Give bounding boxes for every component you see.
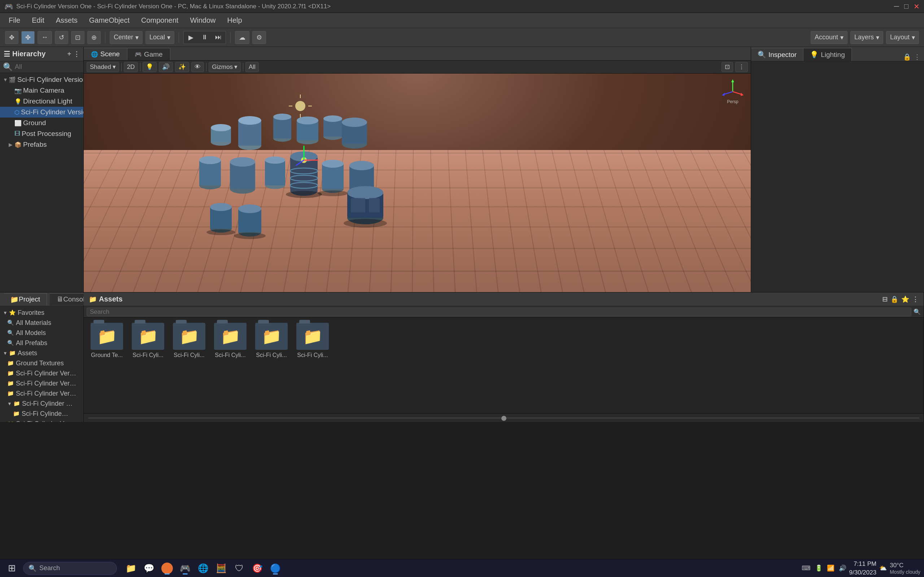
proj-scifi-4-expanded[interactable]: ▼ 📁 Sci-Fi Cylinder Version On... <box>0 398 83 409</box>
layers-filter-label: All <box>249 63 255 71</box>
proj-scifi-2[interactable]: 📁 Sci-Fi Cylinder Version On... <box>0 378 83 388</box>
inspector-tab[interactable]: 🔍 Inspector <box>751 48 803 61</box>
tree-item-cylinder[interactable]: ⬡ Sci-Fi Cylinder Version 1 <box>0 107 83 118</box>
account-dropdown[interactable]: Account ▾ <box>811 31 848 44</box>
pivot-mode-dropdown[interactable]: Center ▾ <box>110 31 142 44</box>
tree-item-ground[interactable]: ⬜ Ground <box>0 118 83 128</box>
minimize-button[interactable]: ─ <box>894 2 899 11</box>
menu-window[interactable]: Window <box>185 15 221 26</box>
hierarchy-search-bar[interactable]: 🔍 <box>0 61 83 73</box>
taskbar-clock[interactable]: 7:11 PM 9/30/2023 <box>849 560 877 577</box>
proj-all-materials[interactable]: 🔍 All Materials <box>0 318 83 328</box>
asset-ground-textures[interactable]: 📁 Ground Te... <box>89 323 125 358</box>
layout-dropdown[interactable]: Layout ▾ <box>886 31 919 44</box>
menu-edit[interactable]: Edit <box>27 15 49 26</box>
proj-scifi-4-child[interactable]: 📁 Sci-Fi Cylinder Version C... <box>0 409 83 419</box>
game-tab-label: Game <box>144 50 163 58</box>
taskbar-app-security[interactable]: 🛡 <box>231 561 247 575</box>
proj-assets-root[interactable]: ▼ 📁 Assets <box>0 348 83 358</box>
hierarchy-search-input[interactable] <box>15 63 81 71</box>
tree-item-root[interactable]: ▼ 🎬 Sci-Fi Cylinder Version One <box>0 74 83 85</box>
taskbar-app-browser[interactable]: 🌐 <box>195 561 212 575</box>
assets-root-icon: 📁 <box>9 350 16 356</box>
svg-rect-7 <box>273 117 291 139</box>
collab-button[interactable]: ☁ <box>235 31 249 44</box>
assets-search-input[interactable] <box>87 308 911 316</box>
viewport-3d[interactable]: Persp <box>84 74 751 292</box>
tree-item-directional-light[interactable]: 💡 Directional Light <box>0 96 83 107</box>
taskbar-app-chrome[interactable]: 🔵 <box>267 561 284 575</box>
proj-all-prefabs[interactable]: 🔍 All Prefabs <box>0 338 83 348</box>
assets-zoom-track[interactable] <box>88 417 919 419</box>
inspector-lock-icon[interactable]: 🔒 <box>903 53 911 61</box>
assets-toggle-icon[interactable]: ⊟ <box>882 295 888 303</box>
menu-file[interactable]: File <box>3 15 25 26</box>
taskbar-app-chat[interactable]: 💬 <box>141 561 157 575</box>
lighting-tab[interactable]: 💡 Lighting <box>803 48 852 61</box>
asset-scifi-5[interactable]: 📁 Sci-Fi Cyli... <box>294 323 331 358</box>
tool-rect[interactable]: ⊡ <box>71 31 84 44</box>
tool-transform[interactable]: ⊕ <box>87 31 101 44</box>
proj-scifi-5[interactable]: 📁 Sci-Fi Cylinder Version On... <box>0 419 83 422</box>
tool-rotate[interactable]: ↔ <box>37 31 52 44</box>
taskbar-app-calculator[interactable]: 🧮 <box>213 561 229 575</box>
close-button[interactable]: ✕ <box>914 2 920 11</box>
shading-dropdown[interactable]: Shaded ▾ <box>87 62 119 72</box>
menu-help[interactable]: Help <box>222 15 247 26</box>
layers-dropdown[interactable]: Layers ▾ <box>850 31 883 44</box>
start-button[interactable]: ⊞ <box>3 561 20 575</box>
inspector-content <box>751 61 924 292</box>
asset-scifi-1[interactable]: 📁 Sci-Fi Cyli... <box>130 323 166 358</box>
tree-item-prefabs[interactable]: ▶ 📦 Prefabs <box>0 139 83 150</box>
taskbar-app-files[interactable]: 📁 <box>123 561 139 575</box>
asset-scifi-3[interactable]: 📁 Sci-Fi Cyli... <box>212 323 248 358</box>
space-mode-dropdown[interactable]: Local ▾ <box>145 31 174 44</box>
game-tab[interactable]: 🎮 Game <box>128 48 170 60</box>
tool-hand[interactable]: ✥ <box>5 31 18 44</box>
taskbar-app-avatar[interactable] <box>159 561 175 575</box>
play-button[interactable]: ▶ <box>184 32 197 43</box>
asset-scifi-4[interactable]: 📁 Sci-Fi Cyli... <box>254 323 289 358</box>
step-button[interactable]: ⏭ <box>212 32 225 43</box>
assets-more-icon[interactable]: ⋮ <box>912 295 919 303</box>
pause-button[interactable]: ⏸ <box>198 32 211 43</box>
light-toggle-btn[interactable]: 💡 <box>142 62 157 72</box>
asset-scifi-2[interactable]: 📁 Sci-Fi Cyli... <box>171 323 207 358</box>
proj-all-models[interactable]: 🔍 All Models <box>0 328 83 338</box>
taskbar-app-game[interactable]: 🎯 <box>249 561 266 575</box>
taskbar-weather[interactable]: ⛅ 30°C Mostly cloudy <box>879 562 921 575</box>
mode-2d-btn[interactable]: 2D <box>124 62 138 72</box>
inspector-more-icon[interactable]: ⋮ <box>914 53 921 61</box>
proj-favorites[interactable]: ▼ ⭐ Favorites <box>0 308 83 318</box>
layers-filter-btn[interactable]: All <box>246 62 259 72</box>
services-button[interactable]: ⚙ <box>252 31 266 44</box>
tree-item-main-camera[interactable]: 📷 Main Camera <box>0 85 83 96</box>
viewport-maximize-btn[interactable]: ⊡ <box>722 62 733 72</box>
tool-move[interactable]: ✤ <box>21 31 35 44</box>
tree-label-pp: Post Processing <box>22 130 71 138</box>
tool-scale[interactable]: ↺ <box>55 31 68 44</box>
taskbar-app-unity[interactable]: 🎮 <box>177 561 194 575</box>
hierarchy-more-btn[interactable]: ⋮ <box>73 50 80 58</box>
taskbar-search[interactable]: 🔍 Search <box>23 562 117 575</box>
hierarchy-add-btn[interactable]: + <box>67 50 71 58</box>
proj-ground-textures[interactable]: 📁 Ground Textures <box>0 358 83 368</box>
assets-star-icon[interactable]: ⭐ <box>901 295 909 303</box>
viewport-gizmo[interactable]: Persp <box>718 77 747 106</box>
hidden-objects-btn[interactable]: 👁 <box>191 62 204 72</box>
effects-toggle-btn[interactable]: ✨ <box>175 62 189 72</box>
menu-component[interactable]: Component <box>136 15 183 26</box>
audio-toggle-btn[interactable]: 🔊 <box>159 62 173 72</box>
tree-item-post-processing[interactable]: 🎞 Post Processing <box>0 128 83 139</box>
assets-zoom-thumb[interactable] <box>501 416 506 421</box>
proj-scifi-1[interactable]: 📁 Sci-Fi Cylinder Version On... <box>0 368 83 378</box>
project-tab[interactable]: 📁 Project <box>3 293 47 305</box>
assets-lock-icon[interactable]: 🔒 <box>890 295 898 303</box>
viewport-more-btn[interactable]: ⋮ <box>735 62 748 72</box>
menu-assets[interactable]: Assets <box>51 15 82 26</box>
proj-scifi-3[interactable]: 📁 Sci-Fi Cylinder Version On... <box>0 388 83 398</box>
maximize-button[interactable]: □ <box>904 2 908 11</box>
menu-gameobject[interactable]: GameObject <box>84 15 135 26</box>
scene-tab[interactable]: 🌐 Scene <box>84 48 128 60</box>
gizmos-dropdown[interactable]: Gizmos ▾ <box>208 62 241 72</box>
